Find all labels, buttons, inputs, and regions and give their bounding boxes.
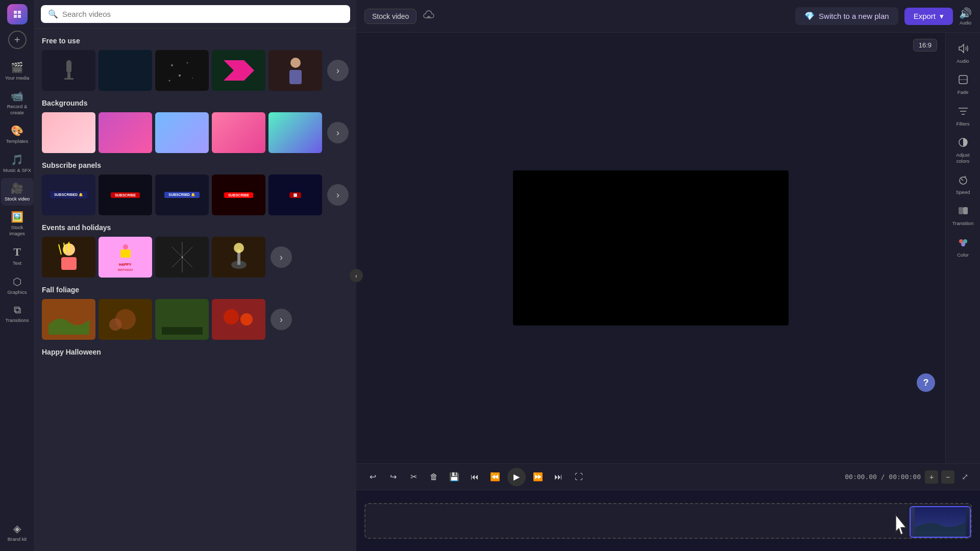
section-title-events: Events and holidays bbox=[42, 223, 349, 232]
thumb-lamp[interactable] bbox=[212, 237, 265, 278]
free-more-btn[interactable]: › bbox=[327, 60, 349, 81]
thumb-sub-light[interactable]: SUBSCRIBED 🔔 bbox=[42, 174, 95, 215]
sidebar-item-label: Templates bbox=[6, 138, 28, 144]
stock-images-icon: 🖼️ bbox=[11, 211, 23, 223]
thumb-purple-pink[interactable] bbox=[99, 112, 152, 153]
frame-forward-button[interactable]: ⏩ bbox=[530, 469, 546, 485]
sidebar-item-label: Graphics bbox=[7, 289, 27, 295]
events-more-btn[interactable]: › bbox=[271, 246, 292, 268]
cut-button[interactable]: ✂ bbox=[405, 469, 422, 485]
tool-speed[interactable]: Speed bbox=[947, 170, 979, 199]
sidebar-item-graphics[interactable]: ⬡ Graphics bbox=[1, 271, 34, 299]
svg-rect-1 bbox=[67, 73, 70, 78]
zoom-in-button[interactable]: + bbox=[925, 470, 938, 484]
sidebar-item-label: Stock images bbox=[3, 224, 32, 236]
undo-button[interactable]: ↩ bbox=[364, 469, 381, 485]
frame-back-button[interactable]: ⏪ bbox=[487, 469, 503, 485]
thumb-sub-navy[interactable]: ⬜ bbox=[268, 174, 322, 215]
zoom-controls: + − ⤢ bbox=[925, 470, 972, 484]
thumb-dark-sky[interactable] bbox=[99, 50, 152, 91]
play-button[interactable]: ▶ bbox=[507, 468, 526, 486]
tool-adjust-colors[interactable]: Adjust colors bbox=[947, 133, 979, 168]
audio-tool-btn[interactable]: 🔊 Audio bbox=[959, 7, 972, 26]
controls-bar: ↩ ↪ ✂ 🗑 💾 ⏮ ⏪ ▶ ⏩ ⏭ ⛶ 00:00.00 / 00:00:0… bbox=[356, 463, 980, 490]
graphics-icon: ⬡ bbox=[13, 276, 21, 288]
redo-button[interactable]: ↪ bbox=[385, 469, 401, 485]
thumb-fall2[interactable] bbox=[99, 299, 152, 340]
skip-back-button[interactable]: ⏮ bbox=[467, 469, 483, 485]
thumb-dark-mic[interactable] bbox=[42, 50, 95, 91]
audio-icon: 🔊 bbox=[959, 7, 972, 19]
sidebar-item-stock-images[interactable]: 🖼️ Stock images bbox=[1, 207, 34, 240]
thumb-fall4[interactable] bbox=[212, 299, 265, 340]
help-button[interactable]: ? bbox=[917, 373, 935, 392]
thumb-sub-red[interactable]: SUBSCRIBE bbox=[212, 174, 265, 215]
preview-canvas bbox=[513, 170, 789, 325]
thumb-dark-particles[interactable] bbox=[155, 50, 209, 91]
thumb-pink-arrow[interactable] bbox=[212, 50, 265, 91]
section-subscribe-grid: SUBSCRIBED 🔔 SUBSCRIBE SUBSCRIBD 🔔 SUBSC… bbox=[42, 174, 349, 215]
sidebar-item-label: Transitions bbox=[5, 317, 29, 323]
svg-point-28 bbox=[240, 313, 253, 325]
thumb-teal-purple[interactable] bbox=[268, 112, 322, 153]
search-input[interactable] bbox=[62, 10, 343, 18]
delete-button[interactable]: 🗑 bbox=[426, 469, 442, 485]
tool-audio[interactable]: Audio bbox=[947, 39, 979, 68]
zoom-out-button[interactable]: − bbox=[941, 470, 954, 484]
sidebar-item-brand-kit[interactable]: ◈ Brand kit bbox=[1, 518, 34, 546]
thumb-blue-grad[interactable] bbox=[155, 112, 209, 153]
thumb-bday[interactable]: HAPPYBIRTHDAY bbox=[99, 237, 152, 278]
aspect-ratio-badge[interactable]: 16:9 bbox=[913, 39, 937, 52]
thumb-fall1[interactable] bbox=[42, 299, 95, 340]
backgrounds-more-btn[interactable]: › bbox=[327, 122, 349, 143]
thumb-fall3[interactable] bbox=[155, 299, 209, 340]
add-button[interactable]: + bbox=[8, 31, 27, 49]
thumb-orange-pink[interactable] bbox=[212, 112, 265, 153]
skip-forward-button[interactable]: ⏭ bbox=[550, 469, 567, 485]
adjust-colors-label: Adjust colors bbox=[949, 152, 977, 164]
timeline-track[interactable] bbox=[364, 503, 972, 539]
audio-tool-icon bbox=[958, 43, 969, 57]
thumb-sub-mid[interactable]: SUBSCRIBD 🔔 bbox=[155, 174, 209, 215]
expand-timeline-button[interactable]: ⤢ bbox=[958, 470, 972, 484]
panel-collapse-edge-btn[interactable]: ‹ bbox=[350, 269, 363, 282]
sidebar-item-record-create[interactable]: 📹 Record & create bbox=[1, 86, 34, 119]
timeline-clip[interactable] bbox=[910, 506, 971, 538]
save-button[interactable]: 💾 bbox=[446, 469, 462, 485]
tool-color[interactable]: Color bbox=[947, 233, 979, 262]
tool-fade[interactable]: Fade bbox=[947, 70, 979, 99]
switch-plan-button[interactable]: 💎 Switch to a new plan bbox=[795, 7, 898, 25]
sidebar-item-label: Brand kit bbox=[8, 536, 27, 542]
filters-icon bbox=[958, 106, 969, 119]
subscribe-more-btn[interactable]: › bbox=[327, 184, 349, 206]
filters-label: Filters bbox=[957, 121, 970, 127]
search-icon: 🔍 bbox=[48, 9, 58, 19]
sidebar-item-transitions[interactable]: ⧉ Transitions bbox=[1, 300, 34, 327]
thumb-party[interactable] bbox=[42, 237, 95, 278]
fullscreen-button[interactable]: ⛶ bbox=[571, 469, 587, 485]
thumb-person[interactable] bbox=[268, 50, 322, 91]
fade-label: Fade bbox=[958, 89, 969, 95]
sidebar-item-text[interactable]: T Text bbox=[1, 241, 34, 270]
sidebar-item-stock-video[interactable]: 🎥 Stock video bbox=[1, 178, 34, 206]
speed-label: Speed bbox=[956, 189, 970, 195]
sidebar-item-your-media[interactable]: 🎬 Your media bbox=[1, 57, 34, 85]
thumb-pink-grad[interactable] bbox=[42, 112, 95, 153]
thumb-sub-dark[interactable]: SUBSCRIBE bbox=[99, 174, 152, 215]
svg-point-7 bbox=[168, 80, 170, 82]
search-input-wrap[interactable]: 🔍 bbox=[41, 5, 350, 23]
sidebar-item-templates[interactable]: 🎨 Templates bbox=[1, 120, 34, 148]
export-button[interactable]: Export ▾ bbox=[904, 8, 953, 25]
color-icon bbox=[958, 237, 969, 251]
thumb-sparkle[interactable] bbox=[155, 237, 209, 278]
app-logo[interactable] bbox=[7, 4, 28, 24]
tool-transition[interactable]: Transition bbox=[947, 201, 979, 230]
fall-more-btn[interactable]: › bbox=[271, 309, 292, 330]
section-title-subscribe: Subscribe panels bbox=[42, 161, 349, 169]
stock-video-tab[interactable]: Stock video bbox=[364, 9, 416, 24]
svg-rect-13 bbox=[120, 249, 131, 258]
sidebar-item-music-sfx[interactable]: 🎵 Music & SFX bbox=[1, 149, 34, 177]
tool-filters[interactable]: Filters bbox=[947, 102, 979, 131]
cloud-icon[interactable] bbox=[423, 9, 435, 23]
adjust-colors-icon bbox=[958, 137, 969, 151]
